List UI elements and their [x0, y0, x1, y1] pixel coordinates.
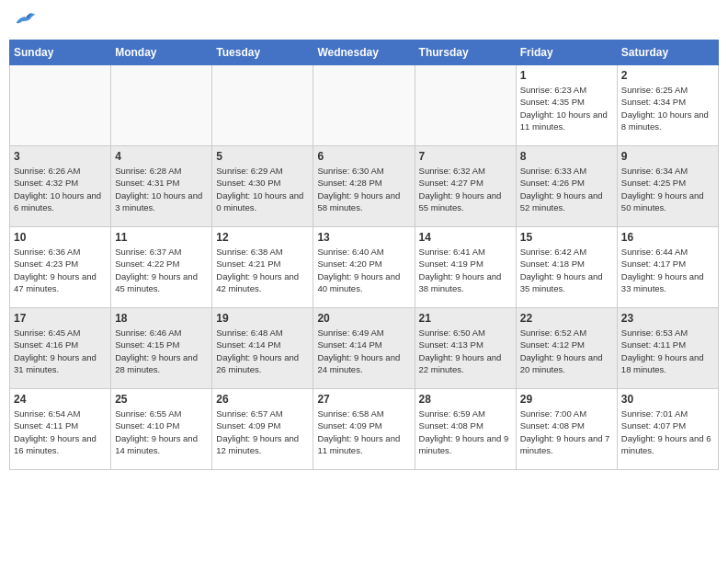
calendar-table: SundayMondayTuesdayWednesdayThursdayFrid…: [9, 40, 719, 470]
calendar-cell: 4Sunrise: 6:28 AM Sunset: 4:31 PM Daylig…: [111, 146, 212, 227]
calendar-cell: 21Sunrise: 6:50 AM Sunset: 4:13 PM Dayli…: [415, 308, 516, 389]
day-info: Sunrise: 6:58 AM Sunset: 4:09 PM Dayligh…: [317, 408, 410, 456]
calendar-cell: 3Sunrise: 6:26 AM Sunset: 4:32 PM Daylig…: [10, 146, 111, 227]
day-info: Sunrise: 6:26 AM Sunset: 4:32 PM Dayligh…: [14, 165, 107, 213]
day-number: 12: [216, 231, 309, 244]
calendar-cell: [111, 65, 212, 146]
day-number: 18: [115, 312, 208, 325]
day-info: Sunrise: 6:46 AM Sunset: 4:15 PM Dayligh…: [115, 327, 208, 375]
day-number: 29: [520, 393, 613, 406]
day-number: 20: [317, 312, 410, 325]
day-number: 13: [317, 231, 410, 244]
calendar-cell: 5Sunrise: 6:29 AM Sunset: 4:30 PM Daylig…: [212, 146, 313, 227]
logo-bird-icon: [15, 9, 37, 28]
day-info: Sunrise: 6:57 AM Sunset: 4:09 PM Dayligh…: [216, 408, 309, 456]
day-info: Sunrise: 6:48 AM Sunset: 4:14 PM Dayligh…: [216, 327, 309, 375]
calendar-cell: 29Sunrise: 7:00 AM Sunset: 4:08 PM Dayli…: [516, 389, 617, 470]
day-number: 1: [520, 69, 613, 82]
day-number: 22: [520, 312, 613, 325]
col-header-monday: Monday: [111, 40, 212, 65]
calendar-cell: 30Sunrise: 7:01 AM Sunset: 4:07 PM Dayli…: [617, 389, 718, 470]
day-number: 3: [14, 150, 107, 163]
day-info: Sunrise: 6:53 AM Sunset: 4:11 PM Dayligh…: [621, 327, 714, 375]
day-number: 19: [216, 312, 309, 325]
col-header-sunday: Sunday: [10, 40, 111, 65]
day-number: 2: [621, 69, 714, 82]
day-info: Sunrise: 6:42 AM Sunset: 4:18 PM Dayligh…: [520, 246, 613, 294]
day-info: Sunrise: 6:23 AM Sunset: 4:35 PM Dayligh…: [520, 84, 613, 132]
calendar-cell: 24Sunrise: 6:54 AM Sunset: 4:11 PM Dayli…: [10, 389, 111, 470]
calendar-cell: 10Sunrise: 6:36 AM Sunset: 4:23 PM Dayli…: [10, 227, 111, 308]
day-number: 15: [520, 231, 613, 244]
day-info: Sunrise: 6:29 AM Sunset: 4:30 PM Dayligh…: [216, 165, 309, 213]
day-number: 14: [419, 231, 512, 244]
col-header-friday: Friday: [516, 40, 617, 65]
calendar-cell: 22Sunrise: 6:52 AM Sunset: 4:12 PM Dayli…: [516, 308, 617, 389]
day-number: 28: [419, 393, 512, 406]
day-number: 30: [621, 393, 714, 406]
page-header: [9, 9, 719, 32]
col-header-thursday: Thursday: [415, 40, 516, 65]
calendar-row-3: 10Sunrise: 6:36 AM Sunset: 4:23 PM Dayli…: [10, 227, 719, 308]
day-number: 27: [317, 393, 410, 406]
day-info: Sunrise: 6:41 AM Sunset: 4:19 PM Dayligh…: [419, 246, 512, 294]
day-number: 6: [317, 150, 410, 163]
day-number: 26: [216, 393, 309, 406]
day-number: 10: [14, 231, 107, 244]
calendar-cell: 15Sunrise: 6:42 AM Sunset: 4:18 PM Dayli…: [516, 227, 617, 308]
day-info: Sunrise: 6:38 AM Sunset: 4:21 PM Dayligh…: [216, 246, 309, 294]
calendar-row-5: 24Sunrise: 6:54 AM Sunset: 4:11 PM Dayli…: [10, 389, 719, 470]
calendar-cell: 19Sunrise: 6:48 AM Sunset: 4:14 PM Dayli…: [212, 308, 313, 389]
day-info: Sunrise: 6:36 AM Sunset: 4:23 PM Dayligh…: [14, 246, 107, 294]
day-info: Sunrise: 6:52 AM Sunset: 4:12 PM Dayligh…: [520, 327, 613, 375]
calendar-header-row: SundayMondayTuesdayWednesdayThursdayFrid…: [10, 40, 719, 65]
day-number: 7: [419, 150, 512, 163]
calendar-cell: 2Sunrise: 6:25 AM Sunset: 4:34 PM Daylig…: [617, 65, 718, 146]
calendar-cell: 27Sunrise: 6:58 AM Sunset: 4:09 PM Dayli…: [313, 389, 415, 470]
logo: [13, 9, 39, 32]
col-header-saturday: Saturday: [617, 40, 718, 65]
day-number: 17: [14, 312, 107, 325]
calendar-cell: [10, 65, 111, 146]
calendar-row-2: 3Sunrise: 6:26 AM Sunset: 4:32 PM Daylig…: [10, 146, 719, 227]
calendar-cell: 14Sunrise: 6:41 AM Sunset: 4:19 PM Dayli…: [415, 227, 516, 308]
calendar-cell: [415, 65, 516, 146]
day-info: Sunrise: 6:50 AM Sunset: 4:13 PM Dayligh…: [419, 327, 512, 375]
calendar-row-4: 17Sunrise: 6:45 AM Sunset: 4:16 PM Dayli…: [10, 308, 719, 389]
day-number: 9: [621, 150, 714, 163]
day-info: Sunrise: 6:37 AM Sunset: 4:22 PM Dayligh…: [115, 246, 208, 294]
calendar-cell: 11Sunrise: 6:37 AM Sunset: 4:22 PM Dayli…: [111, 227, 212, 308]
calendar-cell: 8Sunrise: 6:33 AM Sunset: 4:26 PM Daylig…: [516, 146, 617, 227]
calendar-cell: 9Sunrise: 6:34 AM Sunset: 4:25 PM Daylig…: [617, 146, 718, 227]
calendar-cell: [212, 65, 313, 146]
day-info: Sunrise: 6:25 AM Sunset: 4:34 PM Dayligh…: [621, 84, 714, 132]
calendar-cell: 20Sunrise: 6:49 AM Sunset: 4:14 PM Dayli…: [313, 308, 415, 389]
day-number: 8: [520, 150, 613, 163]
day-info: Sunrise: 6:55 AM Sunset: 4:10 PM Dayligh…: [115, 408, 208, 456]
day-number: 5: [216, 150, 309, 163]
day-number: 4: [115, 150, 208, 163]
calendar-cell: 12Sunrise: 6:38 AM Sunset: 4:21 PM Dayli…: [212, 227, 313, 308]
day-info: Sunrise: 6:54 AM Sunset: 4:11 PM Dayligh…: [14, 408, 107, 456]
calendar-cell: 26Sunrise: 6:57 AM Sunset: 4:09 PM Dayli…: [212, 389, 313, 470]
calendar-cell: 6Sunrise: 6:30 AM Sunset: 4:28 PM Daylig…: [313, 146, 415, 227]
calendar-cell: 23Sunrise: 6:53 AM Sunset: 4:11 PM Dayli…: [617, 308, 718, 389]
calendar-cell: 17Sunrise: 6:45 AM Sunset: 4:16 PM Dayli…: [10, 308, 111, 389]
day-info: Sunrise: 6:33 AM Sunset: 4:26 PM Dayligh…: [520, 165, 613, 213]
day-info: Sunrise: 6:28 AM Sunset: 4:31 PM Dayligh…: [115, 165, 208, 213]
day-info: Sunrise: 6:32 AM Sunset: 4:27 PM Dayligh…: [419, 165, 512, 213]
day-info: Sunrise: 6:40 AM Sunset: 4:20 PM Dayligh…: [317, 246, 410, 294]
day-info: Sunrise: 7:00 AM Sunset: 4:08 PM Dayligh…: [520, 408, 613, 456]
calendar-cell: 25Sunrise: 6:55 AM Sunset: 4:10 PM Dayli…: [111, 389, 212, 470]
day-info: Sunrise: 7:01 AM Sunset: 4:07 PM Dayligh…: [621, 408, 714, 456]
day-info: Sunrise: 6:44 AM Sunset: 4:17 PM Dayligh…: [621, 246, 714, 294]
calendar-cell: 1Sunrise: 6:23 AM Sunset: 4:35 PM Daylig…: [516, 65, 617, 146]
calendar-row-1: 1Sunrise: 6:23 AM Sunset: 4:35 PM Daylig…: [10, 65, 719, 146]
calendar-cell: 7Sunrise: 6:32 AM Sunset: 4:27 PM Daylig…: [415, 146, 516, 227]
calendar-cell: [313, 65, 415, 146]
day-info: Sunrise: 6:34 AM Sunset: 4:25 PM Dayligh…: [621, 165, 714, 213]
day-number: 16: [621, 231, 714, 244]
day-number: 21: [419, 312, 512, 325]
day-number: 25: [115, 393, 208, 406]
day-number: 23: [621, 312, 714, 325]
